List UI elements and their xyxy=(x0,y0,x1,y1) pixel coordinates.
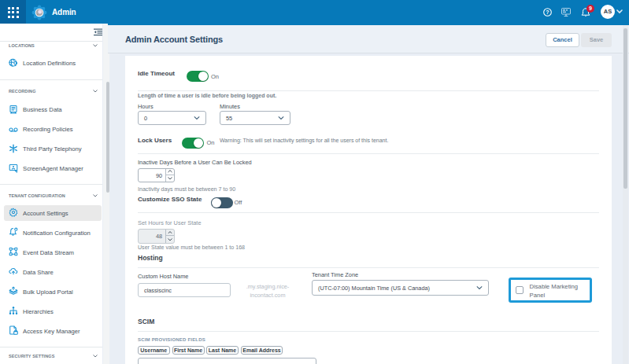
svg-text:?: ? xyxy=(546,9,549,15)
